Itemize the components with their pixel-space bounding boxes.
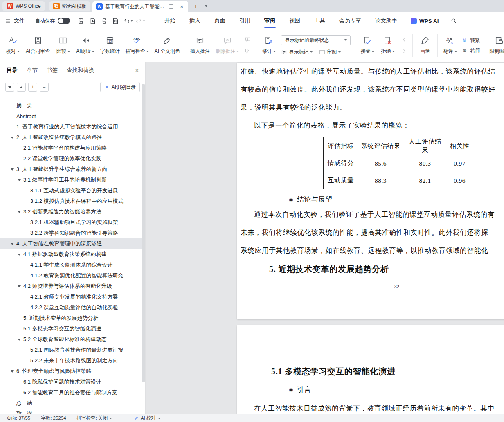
translate-button[interactable]: 文A 翻译: [440, 32, 460, 59]
sidebar-close-icon[interactable]: ×: [135, 67, 139, 74]
autosave-control[interactable]: 自动保存: [35, 18, 70, 25]
toc-item[interactable]: 2. 人工智能改造传统教学模式的路径: [0, 132, 145, 143]
next-change-button[interactable]: [399, 47, 409, 55]
toc-item[interactable]: 4.1 数据驱动型教育决策系统的构建: [0, 249, 145, 260]
previous-change-button[interactable]: [399, 36, 409, 44]
toc-item[interactable]: 6.1 隐私保护问题的技术对策设计: [0, 377, 145, 387]
toc-expand-arrow[interactable]: [18, 211, 21, 213]
collapse-level-button[interactable]: [17, 83, 26, 92]
menu-tab[interactable]: 会员专享: [332, 12, 368, 29]
accept-changes-button[interactable]: 接受: [357, 32, 378, 59]
menu-tab[interactable]: 视图: [282, 12, 307, 29]
toc-item[interactable]: 致 谢: [0, 409, 145, 414]
sidebar-scrollbar[interactable]: [142, 84, 145, 395]
tab-wps-office[interactable]: W WPS Office: [2, 1, 45, 11]
toc-item[interactable]: 3.2.1 机器辅助项目式学习的实施框架: [0, 217, 145, 228]
sidebar-tab-find-replace[interactable]: 查找和替换: [67, 67, 94, 74]
ai-polish-button[interactable]: AI 全文润色: [152, 32, 183, 59]
ai-proofread-indicator[interactable]: AI 校对: [134, 415, 160, 421]
search-button[interactable]: [450, 18, 457, 24]
next-comment-button[interactable]: [243, 47, 253, 55]
save-button[interactable]: [76, 16, 86, 26]
word-count-indicator[interactable]: 字数: 25294: [41, 415, 66, 421]
scrollbar-thumb[interactable]: [142, 84, 145, 382]
toc-expand-arrow[interactable]: [18, 254, 21, 256]
toc-item[interactable]: 4.2.1 教师专业发展的精准化支持方案: [0, 292, 145, 302]
document-area[interactable]: 准确、快速地评估学生的课堂互动质量。与传统的人工评估相比，该系统的评估结 有较高…: [146, 62, 504, 414]
toc-expand-arrow[interactable]: [18, 285, 21, 287]
collapse-all-button[interactable]: −: [40, 83, 49, 92]
toc-item[interactable]: 5.1 多模态学习交互的智能化演进: [0, 323, 145, 334]
tab-list-button[interactable]: [202, 2, 211, 11]
toc-expand-arrow[interactable]: [11, 137, 14, 139]
toc-item[interactable]: 5.2.1 国际教育科技合作的最新进展汇报: [0, 345, 145, 355]
restrict-editing-button[interactable]: 限制编辑: [486, 32, 504, 59]
toc-item[interactable]: 4.1.1 学生成长监测体系的综合设计: [0, 260, 145, 270]
menu-tab[interactable]: 论文助手: [368, 12, 404, 29]
markup-state-select[interactable]: 显示标记的最终状态: [281, 35, 351, 45]
toc-item[interactable]: 4.2.2 课堂互动质量评估的自动化实验: [0, 302, 145, 313]
spell-check-button[interactable]: ABC 拼写检查: [123, 32, 152, 59]
menu-tab[interactable]: 审阅: [257, 12, 282, 29]
ink-brush-button[interactable]: 画笔: [415, 32, 435, 59]
toc-item[interactable]: 摘 要: [0, 100, 145, 111]
toc-item[interactable]: 总 结: [0, 398, 145, 409]
show-markup-button[interactable]: 显示标记: [281, 49, 313, 56]
toc-expand-arrow[interactable]: [11, 243, 14, 245]
to-simplified-button[interactable]: 繁 转简: [462, 47, 480, 54]
toc-item[interactable]: 3.2.2 跨学科知识融合的智能引导策略: [0, 228, 145, 238]
tab-close-icon[interactable]: ×: [179, 3, 185, 10]
toc-expand-arrow[interactable]: [11, 370, 14, 373]
previous-comment-button[interactable]: [243, 36, 253, 44]
toc-item[interactable]: 6.2 智能教育工具的社会责任与限制方案: [0, 387, 145, 398]
toc-item[interactable]: Abstract: [0, 111, 145, 121]
toc-item[interactable]: 1. 基于教育行业的人工智能技术的综合运用: [0, 121, 145, 132]
insert-comment-button[interactable]: 插入批注: [187, 32, 213, 59]
expand-all-button[interactable]: +: [28, 83, 37, 92]
ai-contract-review-button[interactable]: AI合同审查: [23, 32, 53, 59]
menu-tab[interactable]: 工具: [307, 12, 332, 29]
toc-item[interactable]: 3.2 创新思维能力的智能培养方法: [0, 207, 145, 217]
export-pdf-button[interactable]: [87, 16, 98, 26]
toc-item[interactable]: 6. 伦理安全顾虑与风险防控策略: [0, 366, 145, 377]
tab-docer-templates[interactable]: 稻 稻壳AI模板: [49, 1, 90, 11]
wps-ai-button[interactable]: WPS AI: [411, 18, 439, 24]
sidebar-tab-contents[interactable]: 目录: [7, 67, 18, 74]
toc-item[interactable]: 3.1 叙事性学习工具的培养机制创新: [0, 175, 145, 185]
print-preview-button[interactable]: [110, 16, 121, 26]
to-traditional-button[interactable]: 简 转繁: [462, 37, 480, 44]
spellcheck-indicator[interactable]: 拼写检查: 关闭: [77, 415, 112, 421]
delete-comment-button[interactable]: 删除批注: [213, 32, 242, 59]
menu-tab[interactable]: 引用: [232, 12, 257, 29]
menu-tab[interactable]: 插入: [182, 12, 207, 29]
print-button[interactable]: [99, 16, 109, 26]
redo-control[interactable]: [135, 18, 145, 25]
toc-item[interactable]: 5.2 全球教育智能化标准的构建动态: [0, 334, 145, 345]
autosave-toggle[interactable]: [58, 18, 70, 24]
toc-item[interactable]: 4.2 师资培养与评估体系的智能化升级: [0, 281, 145, 292]
document-page-33[interactable]: 5.1 多模态学习交互的智能化演进 ◉ 引言 在人工智能技术日益成熟的背景下，教…: [237, 325, 504, 414]
toc-expand-arrow[interactable]: [11, 168, 14, 171]
toc-item[interactable]: 2.1 智能教学平台的构建与应用策略: [0, 143, 145, 153]
sidebar-tab-bookmarks[interactable]: 书签: [47, 67, 58, 74]
new-tab-button[interactable]: +: [191, 2, 200, 11]
review-pane-button[interactable]: 审阅: [319, 49, 341, 56]
ai-recognize-toc-button[interactable]: AI识别目录: [100, 82, 140, 92]
page-indicator[interactable]: 页面: 37/55: [7, 415, 30, 421]
track-changes-button[interactable]: 修订: [259, 32, 279, 59]
toc-item[interactable]: 3.1.1 互动式虚拟实验平台的开发进展: [0, 185, 145, 196]
toc-expand-arrow[interactable]: [18, 179, 21, 181]
toc-item[interactable]: 5. 近期技术变革的发展趋势分析: [0, 313, 145, 323]
toc-item[interactable]: 3.1.2 模拟仿真技术在课程中的应用模式: [0, 196, 145, 207]
proofread-button[interactable]: 校对: [2, 32, 23, 59]
menu-tab[interactable]: 页面: [207, 12, 232, 29]
toc-item[interactable]: 4.1.2 教育资源优化配置的智能算法研究: [0, 270, 145, 281]
toc-item[interactable]: 5.2.2 未来十年技术路线图的制定方向: [0, 355, 145, 366]
tab-current-document[interactable]: W 基于教育行业的人工智能技术 ×: [92, 1, 188, 12]
expand-level-button[interactable]: [5, 83, 14, 92]
ai-read-aloud-button[interactable]: AI朗读: [73, 32, 97, 59]
undo-control[interactable]: [123, 18, 133, 25]
toc-item[interactable]: 2.2 课堂教学管理的效率优化实践: [0, 153, 145, 164]
toc-expand-arrow[interactable]: [18, 339, 21, 341]
menu-tab[interactable]: 开始: [158, 12, 182, 29]
